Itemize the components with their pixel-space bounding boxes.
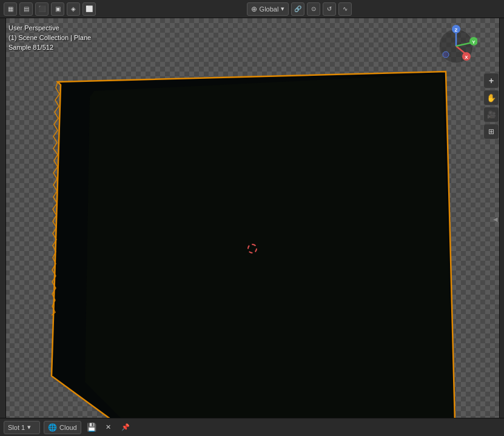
zoom-in-icon: + [489,76,494,86]
global-icon: ⊕ [251,5,257,13]
viewport-right-buttons: + ✋ 🎥 ⊞ [483,73,499,139]
grid-button[interactable]: ⊞ [483,124,499,139]
close-render-button[interactable]: ✕ [102,421,115,434]
scene-shape [0,18,504,418]
right-panel [499,18,504,418]
svg-text:Z: Z [455,27,458,33]
slot-label: Slot 1 [8,424,25,431]
sync-icon[interactable]: ↺ [323,2,336,16]
close-icon: ✕ [106,423,111,431]
save-icon: 💾 [87,423,96,432]
save-render-button[interactable]: 💾 [85,421,98,434]
toolbar-icon-1[interactable]: ▦ [4,2,17,16]
toolbar-icon-3[interactable]: ⬛ [35,2,49,16]
pan-button[interactable]: ✋ [483,90,499,106]
toolbar-icon-5[interactable]: ◈ [67,2,80,16]
cloud-label: Cloud [59,424,77,431]
grid-icon: ⊞ [488,127,494,136]
hand-icon: ✋ [486,93,496,102]
toolbar-icon-4[interactable]: ▣ [51,2,64,16]
svg-point-12 [443,52,449,58]
slot-dropdown[interactable]: Slot 1 ▾ [4,421,40,434]
viewport[interactable]: User Perspective (1) Scene Collection | … [0,18,504,418]
svg-text:X: X [465,55,468,60]
chevron-right-icon: ◀ [493,216,498,223]
expand-right-arrow[interactable]: ◀ [493,213,498,223]
render-engine-dropdown[interactable]: 🌐 Cloud [44,421,81,434]
pin-button[interactable]: 📌 [119,421,132,434]
global-label: Global [260,5,279,13]
toolbar-icon-6[interactable]: ⬜ [82,2,96,16]
proportional-edit-icon[interactable]: ⊙ [307,2,320,16]
zoom-in-button[interactable]: + [483,73,499,89]
wave-icon[interactable]: ∿ [338,2,352,16]
slot-chevron-icon: ▾ [27,423,31,431]
viewport-gizmo[interactable]: Z X Y [435,23,477,65]
globe-icon: 🌐 [48,423,57,432]
pin-icon: 📌 [121,423,130,431]
toolbar-icon-2[interactable]: ▤ [19,2,33,16]
svg-marker-1 [85,74,454,418]
chevron-down-icon: ▾ [281,5,284,13]
transform-global-dropdown[interactable]: ⊕ Global ▾ [247,2,289,16]
camera-icon: 🎥 [487,110,496,119]
camera-button[interactable]: 🎥 [483,107,499,122]
top-toolbar: ▦ ▤ ⬛ ▣ ◈ ⬜ ⊕ Global ▾ 🔗 ⊙ ↺ ∿ [0,0,504,18]
left-panel [0,18,6,418]
bottom-bar: Slot 1 ▾ 🌐 Cloud 💾 ✕ 📌 [0,418,504,436]
svg-text:Y: Y [472,39,475,45]
snap-magnet-icon[interactable]: 🔗 [291,2,304,16]
